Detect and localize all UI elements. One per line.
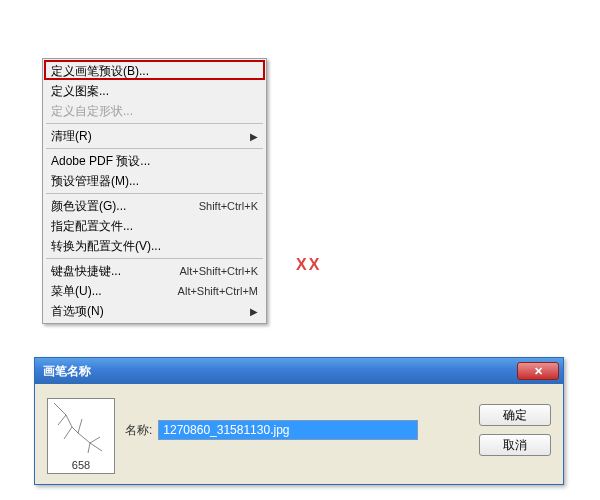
menu-item-shortcut: Alt+Shift+Ctrl+K xyxy=(179,265,258,277)
menu-item[interactable]: 转换为配置文件(V)... xyxy=(45,236,264,256)
menu-item-shortcut: Alt+Shift+Ctrl+M xyxy=(178,285,258,297)
edit-menu: 定义画笔预设(B)...定义图案...定义自定形状...清理(R)▶Adobe … xyxy=(42,58,267,324)
menu-item-label: 键盘快捷键... xyxy=(51,263,179,280)
menu-item-label: 定义自定形状... xyxy=(51,103,258,120)
menu-item-label: Adobe PDF 预设... xyxy=(51,153,258,170)
brush-preview-size: 658 xyxy=(48,457,114,473)
menu-item[interactable]: 菜单(U)...Alt+Shift+Ctrl+M xyxy=(45,281,264,301)
name-input[interactable] xyxy=(158,420,418,440)
dialog-titlebar: 画笔名称 ✕ xyxy=(35,358,563,384)
menu-item-label: 清理(R) xyxy=(51,128,258,145)
menu-item-label: 转换为配置文件(V)... xyxy=(51,238,258,255)
menu-item-label: 首选项(N) xyxy=(51,303,258,320)
menu-item[interactable]: 定义画笔预设(B)... xyxy=(45,61,264,81)
brush-name-dialog: 画笔名称 ✕ 658 名称: 确定 取消 xyxy=(34,357,564,485)
menu-separator xyxy=(46,148,263,149)
menu-item[interactable]: Adobe PDF 预设... xyxy=(45,151,264,171)
menu-item-label: 颜色设置(G)... xyxy=(51,198,199,215)
submenu-arrow-icon: ▶ xyxy=(250,306,258,317)
brush-preview-image xyxy=(48,399,114,457)
name-row: 名称: xyxy=(125,420,418,440)
menu-separator xyxy=(46,193,263,194)
menu-item-label: 定义画笔预设(B)... xyxy=(51,63,258,80)
menu-item: 定义自定形状... xyxy=(45,101,264,121)
close-icon: ✕ xyxy=(534,365,543,378)
annotation-xx: XX xyxy=(296,256,321,274)
menu-item[interactable]: 定义图案... xyxy=(45,81,264,101)
menu-separator xyxy=(46,258,263,259)
menu-item[interactable]: 颜色设置(G)...Shift+Ctrl+K xyxy=(45,196,264,216)
menu-item-label: 指定配置文件... xyxy=(51,218,258,235)
dialog-body: 658 名称: 确定 取消 xyxy=(35,384,563,484)
dialog-buttons: 确定 取消 xyxy=(479,404,551,456)
menu-item-label: 定义图案... xyxy=(51,83,258,100)
name-label: 名称: xyxy=(125,422,152,439)
menu-separator xyxy=(46,123,263,124)
submenu-arrow-icon: ▶ xyxy=(250,131,258,142)
menu-item-shortcut: Shift+Ctrl+K xyxy=(199,200,258,212)
brush-preview: 658 xyxy=(47,398,115,474)
dialog-title: 画笔名称 xyxy=(43,363,517,380)
menu-item-label: 菜单(U)... xyxy=(51,283,178,300)
menu-item[interactable]: 键盘快捷键...Alt+Shift+Ctrl+K xyxy=(45,261,264,281)
menu-item[interactable]: 预设管理器(M)... xyxy=(45,171,264,191)
menu-item-label: 预设管理器(M)... xyxy=(51,173,258,190)
cancel-button[interactable]: 取消 xyxy=(479,434,551,456)
ok-button[interactable]: 确定 xyxy=(479,404,551,426)
menu-item[interactable]: 清理(R)▶ xyxy=(45,126,264,146)
menu-item[interactable]: 指定配置文件... xyxy=(45,216,264,236)
menu-item[interactable]: 首选项(N)▶ xyxy=(45,301,264,321)
close-button[interactable]: ✕ xyxy=(517,362,559,380)
